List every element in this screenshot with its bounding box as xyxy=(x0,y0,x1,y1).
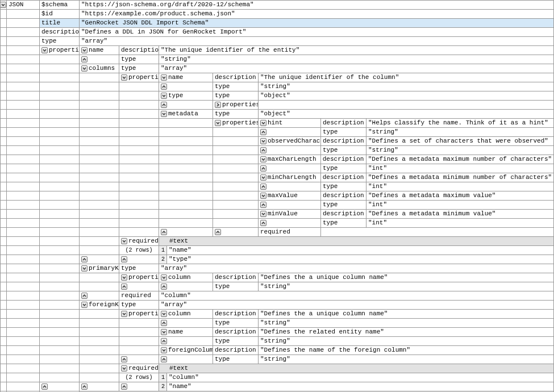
chevron-up-icon[interactable] xyxy=(260,129,266,135)
chevron-down-icon[interactable] xyxy=(161,274,167,281)
key-hint-desc[interactable]: description xyxy=(321,119,366,128)
chevron-up-icon[interactable] xyxy=(121,256,127,262)
key-oc[interactable]: observedCharacters xyxy=(259,137,321,146)
key-maxcl[interactable]: maxCharLength xyxy=(259,155,321,164)
key-schema[interactable]: $schema xyxy=(40,0,80,10)
chevron-down-icon[interactable] xyxy=(121,238,127,244)
chevron-down-icon[interactable] xyxy=(121,311,127,317)
key-pk-column-type[interactable]: type xyxy=(213,282,259,291)
chevron-up-icon[interactable] xyxy=(215,229,221,235)
key-cp-name[interactable]: name xyxy=(159,73,213,82)
val-hint-type[interactable]: "string" xyxy=(366,128,554,137)
key-pk-required[interactable]: required xyxy=(119,291,159,301)
chevron-down-icon[interactable] xyxy=(215,120,221,126)
key-pk-type[interactable]: type xyxy=(119,264,159,273)
key-cp-type-type[interactable]: type xyxy=(213,91,259,101)
val-hint-desc[interactable]: "Helps classify the name. Think of it as… xyxy=(366,119,554,128)
key-hint-type[interactable]: type xyxy=(321,128,366,137)
val-maxv-desc[interactable]: "Defines a metadata maximum value" xyxy=(366,191,554,201)
val-fk-column-desc[interactable]: "Defines the a unique column name" xyxy=(259,310,554,319)
val-name-desc[interactable]: "The unique identifier of the entity" xyxy=(159,46,554,55)
key-oc-desc[interactable]: description xyxy=(321,137,366,146)
key-maxcl-desc[interactable]: description xyxy=(321,155,366,164)
key-cp-type[interactable]: type xyxy=(159,91,213,101)
key-cp-metadata-type[interactable]: type xyxy=(213,110,259,119)
val-pk-required[interactable]: "column" xyxy=(159,291,554,301)
key-name-type[interactable]: type xyxy=(119,55,159,64)
chevron-down-icon[interactable] xyxy=(161,329,167,335)
val-fk-type[interactable]: "array" xyxy=(159,301,554,310)
chevron-down-icon[interactable] xyxy=(260,156,266,162)
key-minv[interactable]: minValue xyxy=(259,210,321,219)
val-maxcl-type[interactable]: "int" xyxy=(366,164,554,173)
key-maxcl-type[interactable]: type xyxy=(321,164,366,173)
key-fk-column-type[interactable]: type xyxy=(213,319,259,328)
chevron-down-icon[interactable] xyxy=(161,111,167,117)
chevron-up-icon[interactable] xyxy=(161,102,167,108)
key-fk-fc-desc[interactable]: description xyxy=(213,346,259,355)
val-fk-name-type[interactable]: "string" xyxy=(259,337,554,346)
chevron-up-icon[interactable] xyxy=(161,338,167,344)
key-columns[interactable]: columns xyxy=(80,64,119,73)
key-fk-fc[interactable]: foreignColumn xyxy=(159,346,213,355)
key-fk-type[interactable]: type xyxy=(119,301,159,310)
key-fk-fc-type[interactable]: type xyxy=(213,355,259,364)
key-foreignkeys[interactable]: foreignKeys xyxy=(80,301,119,310)
chevron-up-icon[interactable] xyxy=(41,383,48,390)
chevron-up-icon[interactable] xyxy=(81,293,88,299)
val-fk-fc-desc[interactable]: "Defines the name of the foreign column" xyxy=(259,346,554,355)
chevron-up-icon[interactable] xyxy=(260,202,266,208)
chevron-up-icon[interactable] xyxy=(81,56,88,62)
chevron-up-icon[interactable] xyxy=(161,356,167,362)
key-name[interactable]: name xyxy=(80,46,119,55)
val-type[interactable]: "array" xyxy=(80,37,554,46)
val-maxcl-desc[interactable]: "Defines a metadata maximum number of ch… xyxy=(366,155,554,164)
root-label[interactable]: JSON xyxy=(7,0,40,10)
chevron-up-icon[interactable] xyxy=(81,256,88,262)
key-cp-name-type[interactable]: type xyxy=(213,82,259,91)
chevron-down-icon[interactable] xyxy=(260,211,266,217)
key-maxv-desc[interactable]: description xyxy=(321,191,366,201)
chevron-down-icon[interactable] xyxy=(161,74,167,81)
val-description[interactable]: "Defines a DDL in JSON for GenRocket Imp… xyxy=(80,28,554,37)
chevron-down-icon[interactable] xyxy=(81,65,88,72)
key-title[interactable]: title xyxy=(40,19,80,28)
val-columns-type[interactable]: "array" xyxy=(159,64,554,73)
key-type[interactable]: type xyxy=(40,37,80,46)
chevron-down-icon[interactable] xyxy=(81,47,88,53)
val-oc-desc[interactable]: "Defines a set of characters that were o… xyxy=(366,137,554,146)
chevron-up-icon[interactable] xyxy=(121,356,127,362)
key-columns-type[interactable]: type xyxy=(119,64,159,73)
chevron-down-icon[interactable] xyxy=(161,93,167,99)
chevron-down-icon[interactable] xyxy=(81,265,88,272)
key-fk-name-desc[interactable]: description xyxy=(213,328,259,337)
key-mincl-type[interactable]: type xyxy=(321,182,366,191)
key-mincl-desc[interactable]: description xyxy=(321,173,366,182)
chevron-down-icon[interactable] xyxy=(41,47,48,53)
val-cp-name-desc[interactable]: "The unique identifier of the column" xyxy=(259,73,554,82)
key-pk-props[interactable]: properties xyxy=(119,273,159,282)
key-fk-column-desc[interactable]: description xyxy=(213,310,259,319)
chevron-up-icon[interactable] xyxy=(260,220,266,226)
chevron-right-icon[interactable] xyxy=(215,102,221,108)
chevron-up-icon[interactable] xyxy=(161,229,167,235)
chevron-up-icon[interactable] xyxy=(260,165,266,172)
key-description[interactable]: description xyxy=(40,28,80,37)
key-fk-required[interactable]: required xyxy=(119,364,159,373)
val-fk-name-desc[interactable]: "Defines the related entity name" xyxy=(259,328,554,337)
chevron-down-icon[interactable] xyxy=(121,365,127,372)
chevron-up-icon[interactable] xyxy=(161,320,167,326)
chevron-up-icon[interactable] xyxy=(121,283,127,290)
val-pk-column-type[interactable]: "string" xyxy=(259,282,554,291)
key-columns-properties[interactable]: properties xyxy=(119,73,159,82)
chevron-down-icon[interactable] xyxy=(121,74,127,81)
key-pk-column-desc[interactable]: description xyxy=(213,273,259,282)
key-cp-metadata[interactable]: metadata xyxy=(159,110,213,119)
chevron-up-icon[interactable] xyxy=(161,283,167,290)
chevron-down-icon[interactable] xyxy=(81,302,88,308)
val-cp-type-type[interactable]: "object" xyxy=(259,91,554,101)
key-fk-name[interactable]: name xyxy=(159,328,213,337)
chevron-down-icon[interactable] xyxy=(260,120,266,126)
key-primarykey[interactable]: primaryKey xyxy=(80,264,119,273)
cols-req-1[interactable]: "name" xyxy=(167,246,554,255)
